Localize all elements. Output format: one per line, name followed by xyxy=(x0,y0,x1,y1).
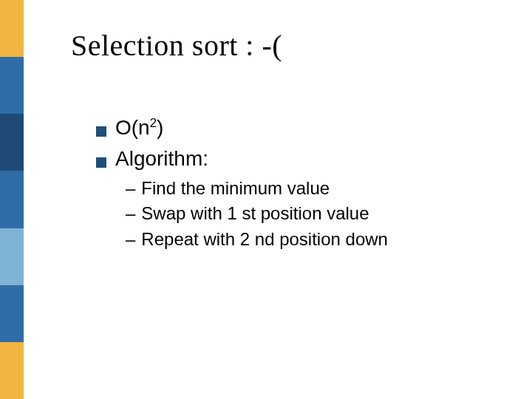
bullet-text: O(n2) xyxy=(115,114,163,142)
sub-bullet-text: Repeat with 2 nd position down xyxy=(141,229,388,249)
stripe xyxy=(0,285,24,342)
sub-bullet-item: –Repeat with 2 nd position down xyxy=(126,227,495,253)
slide-body: O(n2) Algorithm: –Find the minimum value… xyxy=(96,111,495,253)
slide: Selection sort : -( O(n2) Algorithm: –Fi… xyxy=(0,0,532,399)
square-bullet-icon xyxy=(96,157,106,168)
text-prefix: O(n xyxy=(115,116,150,139)
stripe xyxy=(0,342,24,399)
stripe xyxy=(0,114,24,171)
square-bullet-icon xyxy=(96,126,106,137)
stripe xyxy=(0,171,24,228)
stripe xyxy=(0,57,24,114)
dash-icon: – xyxy=(126,178,135,198)
sub-bullet-item: –Find the minimum value xyxy=(126,176,495,202)
bullet-text: Algorithm: xyxy=(115,145,208,173)
decorative-sidebar xyxy=(0,0,24,399)
slide-title: Selection sort : -( xyxy=(71,28,282,63)
stripe xyxy=(0,228,24,285)
text-suffix: ) xyxy=(157,116,163,139)
dash-icon: – xyxy=(126,203,135,223)
stripe xyxy=(0,0,24,57)
sub-bullet-text: Swap with 1 st position value xyxy=(141,203,369,223)
text-superscript: 2 xyxy=(150,116,157,130)
bullet-item: O(n2) xyxy=(96,114,495,142)
sub-bullet-item: –Swap with 1 st position value xyxy=(126,201,495,227)
sub-bullet-text: Find the minimum value xyxy=(141,178,330,198)
bullet-item: Algorithm: xyxy=(96,145,495,173)
dash-icon: – xyxy=(126,229,135,249)
